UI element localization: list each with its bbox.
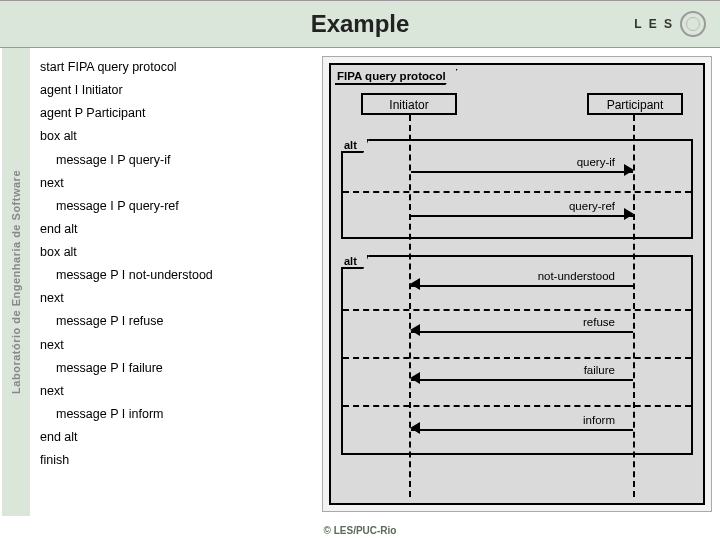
code-line: message I P query-ref [40,195,312,218]
code-line: next [40,380,312,403]
message-failure: failure [411,367,633,383]
main-area: start FIPA query protocolagent I Initiat… [32,56,712,512]
message-refuse: refuse [411,319,633,335]
sidebar-label: Laboratório de Engenharia de Software [10,170,22,394]
code-line: message P I inform [40,403,312,426]
alt-separator [343,191,691,193]
message-query-if: query-if [411,159,633,175]
code-line: next [40,172,312,195]
sequence-diagram: FIPA query protocol Initiator Participan… [322,56,712,512]
alt-box-1: alt query-if query-ref [341,139,693,239]
lifeline-initiator: Initiator [361,93,457,115]
code-line: message P I failure [40,357,312,380]
alt-separator [343,309,691,311]
slide-title: Example [311,10,410,38]
message-label: not-understood [536,270,617,282]
code-line: message P I refuse [40,310,312,333]
message-inform: inform [411,417,633,433]
code-line: message I P query-if [40,149,312,172]
code-line: start FIPA query protocol [40,56,312,79]
diagram-title: FIPA query protocol [335,69,458,85]
les-logo-icon [680,11,706,37]
code-line: box alt [40,125,312,148]
alt-box-2: alt not-understood refuse failure inf [341,255,693,455]
code-line: end alt [40,218,312,241]
lifeline-participant: Participant [587,93,683,115]
message-label: refuse [581,316,617,328]
diagram-frame: FIPA query protocol Initiator Participan… [329,63,705,505]
code-line: agent I Initiator [40,79,312,102]
dsl-code-block: start FIPA query protocolagent I Initiat… [32,56,312,512]
alt-label: alt [341,255,369,269]
message-label: failure [582,364,617,376]
sidebar-strip: Laboratório de Engenharia de Software [2,48,30,516]
message-label: query-ref [567,200,617,212]
code-line: finish [40,449,312,472]
code-line: message P I not-understood [40,264,312,287]
les-logo-text: L E S [634,17,674,31]
message-label: query-if [575,156,617,168]
code-line: box alt [40,241,312,264]
alt-label: alt [341,139,369,153]
code-line: next [40,287,312,310]
message-label: inform [581,414,617,426]
alt-separator [343,357,691,359]
message-not-understood: not-understood [411,273,633,289]
footer-copyright: © LES/PUC-Rio [0,525,720,536]
code-line: agent P Participant [40,102,312,125]
code-line: end alt [40,426,312,449]
message-query-ref: query-ref [411,203,633,219]
slide-header: Example L E S [0,0,720,48]
alt-separator [343,405,691,407]
les-logo: L E S [634,11,706,37]
code-line: next [40,334,312,357]
